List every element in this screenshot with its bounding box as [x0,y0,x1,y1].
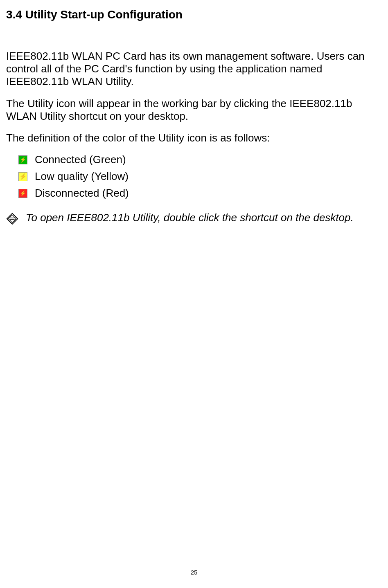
signal-glyph: ⚡ [20,174,26,179]
legend-label-disconnected: Disconnected (Red) [35,187,129,200]
signal-glyph: ⚡ [20,157,26,162]
legend-row-disconnected: ⚡ Disconnected (Red) [18,187,382,200]
status-icon-yellow: ⚡ [18,172,27,181]
signal-glyph: ⚡ [20,191,26,196]
paragraph-3: The definition of the color of the Utili… [6,132,382,144]
paragraph-1: IEEE802.11b WLAN PC Card has its own man… [6,50,382,88]
note-row: To open IEEE802.11b Utility, double clic… [6,212,382,225]
page-number: 25 [0,569,388,576]
legend-label-connected: Connected (Green) [35,153,126,166]
icon-legend: ⚡ Connected (Green) ⚡ Low quality (Yello… [18,153,382,200]
paragraph-2: The Utility icon will appear in the work… [6,97,382,123]
note-icon [6,213,18,225]
legend-label-low: Low quality (Yellow) [35,170,129,183]
note-text: To open IEEE802.11b Utility, double clic… [26,212,354,224]
status-icon-green: ⚡ [18,155,27,164]
section-heading: 3.4 Utility Start-up Configuration [6,8,382,21]
legend-row-low: ⚡ Low quality (Yellow) [18,170,382,183]
status-icon-red: ⚡ [18,189,27,198]
legend-row-connected: ⚡ Connected (Green) [18,153,382,166]
